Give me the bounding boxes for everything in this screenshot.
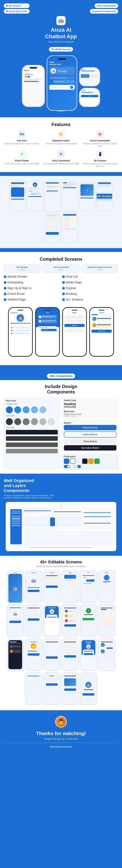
feature-title-2: Icons Customizable [82,140,118,142]
nav-item [11,516,21,517]
feature-icon-pixels: ✓ [18,150,26,158]
content-row-2 [23,515,112,531]
lc-line [84,523,111,524]
sc-phone-6: Profile 👤 [98,570,115,603]
thanks-section: 👨 Thanks for watching! Design Prototype … [0,710,122,753]
comp-swatch-3 [76,459,81,464]
ghost-btn[interactable]: Ghost Button [64,439,117,444]
laptop-mockup [6,502,116,551]
sc-phone-22: 🤖 [80,673,97,705]
st-line [46,192,56,192]
explore-items [101,611,113,626]
badge-customizable: Fully Customizable [94,3,118,8]
phone-main: HelloAhmed Safi! 🤖 Aixza Premium AI Assi… [47,55,77,111]
screen-thumb-2: 🤖 Hello! Hi there [27,181,43,211]
sc-content [63,606,77,635]
completed-item-1: ✓ Chat List [62,275,118,278]
features-grid: Aa Free Font Free Amazing Regular the de… [4,130,118,167]
card-item: Credit Card Mastercard [24,72,43,78]
collection-title: 45+ Editable Screens [4,560,118,564]
bottom-phone-indicator [0,111,122,114]
input [65,320,85,323]
font-color-label: Font Colors [6,427,58,429]
count-card-customize: Fully Customizable Design [42,264,79,273]
input-bar: ➤ [49,85,75,90]
completed-item-0: ✓ Splash Screen [4,275,60,278]
sc-phone-14: You Earned! ⭐ [25,639,42,671]
st-header [63,214,76,216]
layers-section: Well Organized and Layers Components All… [0,474,122,556]
comp-swatch-1 [64,459,69,464]
st-content [46,185,59,194]
lc-card [83,521,112,526]
welcome-label: Welcometo Aixza! [83,641,94,644]
screen-thumb-6 [44,213,60,243]
sc-label: Sign Up [45,572,59,573]
count-screens-label: 45+ Screens [6,266,39,268]
submit-btn[interactable]: Sign In [65,324,85,327]
premium-card: 🤖 Aixza Premium AI Assistant [49,67,75,75]
comp-swatch-4 [82,459,87,464]
social-btns [65,330,85,332]
laptop-sidebar [10,509,22,544]
st-line [11,185,24,185]
gray-5 [39,418,46,425]
st-input [46,217,59,224]
st-line [46,186,58,187]
sc-phone-9: Ahmed Safi 🤖 [43,604,60,637]
gray-colors [6,418,58,425]
sc-phone-18: 🤖 🤖 [98,639,115,671]
st-img [11,187,24,197]
outline-btn[interactable]: Outline Button [64,431,117,437]
chat-bubble-2: Tell me about AI... [53,80,75,83]
font-color-2 [6,436,58,441]
screen-thumb-3 [44,181,60,211]
chat-messages: How can I help? Tell me more [37,325,57,332]
feature-desc-0: Free Amazing Regular the design is attra… [4,143,40,145]
heading-sample: Heading [64,402,117,406]
lc-line [84,522,111,523]
explore-btn[interactable]: Explore Now [91,330,112,333]
st-line [11,198,24,198]
explore-tabs [91,314,112,315]
hero-title: Aixza AIChatbot App [4,27,118,39]
big-phone-3: Sign In Sign In [62,307,87,357]
line [69,328,81,329]
color-5 [39,406,46,413]
gray-label: Gray Colors [6,415,58,417]
notch [72,310,77,311]
screens-collection-section: 45+ Editable Screens All include screens… [0,556,122,710]
gray-2 [14,418,21,425]
layers-content: Well Organized and Layers Components All… [4,478,118,502]
screen-thumb-1 [9,181,26,211]
comp-swatch-5 [88,459,93,464]
color-2 [14,406,21,413]
big-phone-1: Capabilities 🤖 [8,307,33,357]
header-fonts-title: Header Fonts [64,399,117,401]
st-line-blue [80,198,93,198]
phone-right-top: Explore [79,67,100,86]
send-icon[interactable]: ➤ [70,86,73,89]
laptop-screen [9,507,113,546]
completed-item-3: ✓ White Page [62,281,118,284]
lc-line [54,513,81,513]
gray-6 [48,418,55,425]
dark-btn[interactable]: Secondary Button [64,445,117,451]
check-icon-2: ✓ [4,281,6,284]
sc-phone-19 [25,673,42,705]
notch [30,67,37,68]
st-header [46,182,59,184]
checkbox-checked[interactable]: ✓ [78,465,81,468]
buttons-card: Buttons Primary Button Outline Button Gh… [62,420,118,452]
count-customize-label: Fully Customizable [45,266,77,268]
primary-btn[interactable]: Primary Button [64,425,117,430]
sc-phone-20: Sign In [43,673,60,705]
features-section: Features Aa Free Font Free Amazing Regul… [0,117,122,172]
greeting-text: HelloAhmed Safi! [49,61,75,65]
comp-swatch-6 [94,459,100,464]
sc-content: 🤖 [82,674,95,703]
checkbox-unchecked[interactable] [81,465,84,468]
st-line-blue [11,199,24,199]
sc-phone-16 [62,639,79,671]
base-color-title: Base Color [6,400,58,402]
